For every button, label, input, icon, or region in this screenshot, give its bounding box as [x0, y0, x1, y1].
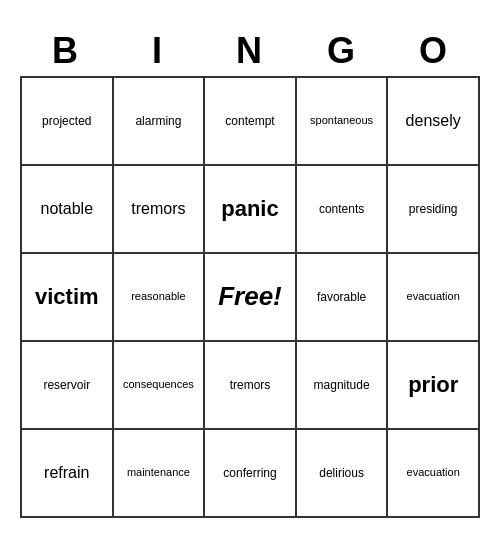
bingo-cell: alarming	[114, 78, 206, 166]
bingo-cell: victim	[22, 254, 114, 342]
bingo-cell: tremors	[205, 342, 297, 430]
cell-text: alarming	[135, 114, 181, 128]
bingo-cell: evacuation	[388, 254, 480, 342]
cell-text: contempt	[225, 114, 274, 128]
header-letter: N	[204, 26, 296, 76]
bingo-cell: reservoir	[22, 342, 114, 430]
cell-text: presiding	[409, 202, 458, 216]
bingo-cell: tremors	[114, 166, 206, 254]
bingo-cell: refrain	[22, 430, 114, 518]
bingo-cell: reasonable	[114, 254, 206, 342]
cell-text: projected	[42, 114, 91, 128]
bingo-cell: evacuation	[388, 430, 480, 518]
bingo-cell: presiding	[388, 166, 480, 254]
bingo-cell: projected	[22, 78, 114, 166]
cell-text: refrain	[44, 463, 89, 482]
cell-text: reservoir	[43, 378, 90, 392]
bingo-cell: maintenance	[114, 430, 206, 518]
cell-text: tremors	[131, 199, 185, 218]
bingo-header: BINGO	[20, 26, 480, 76]
bingo-cell: panic	[205, 166, 297, 254]
cell-text: spontaneous	[310, 114, 373, 127]
cell-text: tremors	[230, 378, 271, 392]
bingo-cell: Free!	[205, 254, 297, 342]
cell-text: reasonable	[131, 290, 185, 303]
bingo-cell: consequences	[114, 342, 206, 430]
cell-text: favorable	[317, 290, 366, 304]
cell-text: notable	[41, 199, 94, 218]
bingo-cell: magnitude	[297, 342, 389, 430]
cell-text: conferring	[223, 466, 276, 480]
cell-text: Free!	[218, 281, 282, 312]
header-letter: G	[296, 26, 388, 76]
cell-text: maintenance	[127, 466, 190, 479]
bingo-cell: contents	[297, 166, 389, 254]
cell-text: panic	[221, 196, 278, 222]
cell-text: evacuation	[407, 290, 460, 303]
cell-text: delirious	[319, 466, 364, 480]
cell-text: prior	[408, 372, 458, 398]
bingo-grid: projectedalarmingcontemptspontaneousdens…	[20, 76, 480, 518]
bingo-cell: favorable	[297, 254, 389, 342]
bingo-cell: prior	[388, 342, 480, 430]
bingo-cell: notable	[22, 166, 114, 254]
cell-text: densely	[406, 111, 461, 130]
cell-text: contents	[319, 202, 364, 216]
header-letter: O	[388, 26, 480, 76]
bingo-cell: delirious	[297, 430, 389, 518]
header-letter: B	[20, 26, 112, 76]
header-letter: I	[112, 26, 204, 76]
bingo-cell: spontaneous	[297, 78, 389, 166]
cell-text: evacuation	[407, 466, 460, 479]
cell-text: victim	[35, 284, 99, 310]
bingo-card: BINGO projectedalarmingcontemptspontaneo…	[20, 26, 480, 518]
bingo-cell: contempt	[205, 78, 297, 166]
bingo-cell: densely	[388, 78, 480, 166]
cell-text: consequences	[123, 378, 194, 391]
cell-text: magnitude	[314, 378, 370, 392]
bingo-cell: conferring	[205, 430, 297, 518]
